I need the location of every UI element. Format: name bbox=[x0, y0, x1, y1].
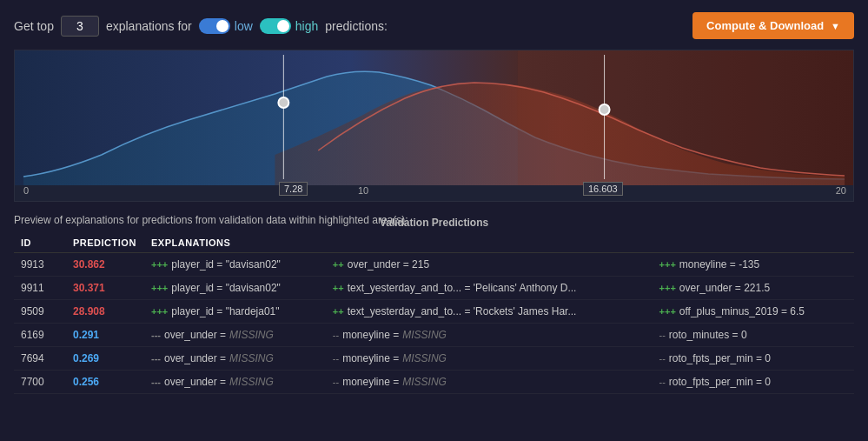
svg-point-3 bbox=[278, 97, 288, 108]
cell-expl3: +++ moneyline = -135 bbox=[653, 253, 854, 277]
sign-indicator: -- bbox=[659, 377, 666, 387]
sign-indicator: -- bbox=[659, 353, 666, 364]
expl-field: over_under = bbox=[164, 329, 226, 341]
sign-indicator: --- bbox=[151, 353, 161, 364]
expl-text: text_yesterday_and_to... = 'Pelicans' An… bbox=[348, 282, 577, 294]
cell-id: 6169 bbox=[14, 324, 66, 347]
low-label: low bbox=[235, 19, 253, 33]
prediction-value: 30.371 bbox=[73, 282, 105, 294]
prediction-value: 0.269 bbox=[73, 352, 99, 364]
cell-expl2: -- moneyline = MISSING bbox=[326, 371, 653, 394]
cell-prediction: 28.908 bbox=[66, 300, 144, 324]
sign-indicator: +++ bbox=[659, 259, 676, 270]
marker2-value: 16.603 bbox=[583, 182, 623, 196]
cell-id: 9913 bbox=[14, 253, 66, 277]
top-bar-left: Get top explanations for low high predic… bbox=[14, 16, 388, 37]
top-value-input[interactable] bbox=[61, 16, 99, 37]
chart-container: 0 7.28 10 16.603 20 Validation Predictio… bbox=[14, 50, 854, 202]
cell-prediction: 30.862 bbox=[66, 253, 144, 277]
main-container: Get top explanations for low high predic… bbox=[0, 0, 868, 406]
prediction-value: 28.908 bbox=[73, 305, 105, 317]
cell-expl2: -- moneyline = MISSING bbox=[326, 347, 653, 371]
expl3-text: roto_fpts_per_min = 0 bbox=[669, 376, 771, 388]
predictions-label: predictions: bbox=[325, 19, 388, 33]
cell-expl1: +++ player_id = "davisan02" bbox=[144, 253, 326, 277]
cell-expl3: -- roto_fpts_per_min = 0 bbox=[653, 347, 854, 371]
x-axis-label: Validation Predictions bbox=[15, 217, 853, 229]
expl-text: over_under = 215 bbox=[348, 258, 429, 271]
high-toggle[interactable] bbox=[260, 18, 291, 34]
cell-expl3: +++ off_plus_minus_2019 = 6.5 bbox=[653, 300, 854, 324]
distribution-chart bbox=[15, 50, 853, 185]
cell-expl2: ++ over_under = 215 bbox=[326, 253, 653, 277]
cell-id: 9911 bbox=[14, 277, 66, 300]
cell-prediction: 0.256 bbox=[66, 371, 144, 394]
expl-text: player_id = "davisan02" bbox=[171, 258, 281, 271]
low-toggle[interactable] bbox=[199, 18, 230, 34]
sign-indicator: --- bbox=[151, 377, 161, 387]
missing-value: MISSING bbox=[229, 352, 274, 364]
cell-expl2: -- moneyline = MISSING bbox=[326, 324, 653, 347]
marker2-label-wrap: 16.603 bbox=[583, 182, 623, 196]
sign-indicator: +++ bbox=[151, 283, 168, 293]
marker1-value: 7.28 bbox=[279, 182, 308, 196]
cell-id: 7694 bbox=[14, 347, 66, 371]
cell-id: 7700 bbox=[14, 371, 66, 394]
table-row: 7700 0.256 --- over_under = MISSING -- m… bbox=[14, 371, 854, 394]
cell-expl2: ++ text_yesterday_and_to... = 'Rockets' … bbox=[326, 300, 653, 324]
cell-prediction: 0.269 bbox=[66, 347, 144, 371]
cell-id: 9509 bbox=[14, 300, 66, 324]
chevron-down-icon: ▼ bbox=[831, 21, 840, 31]
expl3-text: moneyline = -135 bbox=[679, 258, 759, 271]
svg-point-5 bbox=[600, 104, 610, 115]
expl3-text: off_plus_minus_2019 = 6.5 bbox=[679, 305, 805, 317]
sign-indicator: -- bbox=[333, 353, 339, 364]
sign-indicator: +++ bbox=[659, 306, 676, 317]
sign-indicator: -- bbox=[659, 330, 666, 340]
expl-text: player_id = "hardeja01" bbox=[171, 305, 279, 317]
expl-text: text_yesterday_and_to... = 'Rockets' Jam… bbox=[348, 305, 577, 317]
col-header-id: ID bbox=[14, 233, 66, 253]
table-row: 9913 30.862 +++ player_id = "davisan02" … bbox=[14, 253, 854, 277]
table-row: 9911 30.371 +++ player_id = "davisan02" … bbox=[14, 277, 854, 300]
high-label: high bbox=[295, 19, 318, 33]
svg-rect-1 bbox=[518, 50, 853, 185]
expl-field: over_under = bbox=[164, 376, 226, 388]
prediction-value: 0.256 bbox=[73, 376, 99, 388]
sign-indicator: +++ bbox=[151, 306, 168, 317]
col-header-expl3 bbox=[653, 233, 854, 253]
expl-field: moneyline = bbox=[342, 352, 399, 364]
cell-expl2: ++ text_yesterday_and_to... = 'Pelicans'… bbox=[326, 277, 653, 300]
col-header-prediction: PREDICTION bbox=[66, 233, 144, 253]
table-row: 9509 28.908 +++ player_id = "hardeja01" … bbox=[14, 300, 854, 324]
compute-download-button[interactable]: Compute & Download ▼ bbox=[692, 12, 854, 39]
sign-indicator: -- bbox=[333, 330, 339, 340]
cell-expl3: -- roto_fpts_per_min = 0 bbox=[653, 371, 854, 394]
cell-prediction: 0.291 bbox=[66, 324, 144, 347]
col-header-explanations: EXPLANATIONS bbox=[144, 233, 326, 253]
high-toggle-wrap: high bbox=[260, 18, 318, 34]
expl3-text: roto_minutes = 0 bbox=[669, 329, 747, 341]
expl-text: player_id = "davisan02" bbox=[171, 282, 281, 294]
predictions-table: ID PREDICTION EXPLANATIONS 9913 30.862 +… bbox=[14, 233, 854, 394]
explanations-for-label: explanations for bbox=[106, 19, 192, 33]
top-bar: Get top explanations for low high predic… bbox=[14, 12, 854, 39]
missing-value: MISSING bbox=[402, 329, 447, 341]
missing-value: MISSING bbox=[229, 329, 274, 341]
sign-indicator: ++ bbox=[333, 259, 344, 270]
x-label-10: 10 bbox=[358, 185, 368, 196]
missing-value: MISSING bbox=[402, 376, 447, 388]
cell-expl1: --- over_under = MISSING bbox=[144, 347, 326, 371]
expl3-text: roto_fpts_per_min = 0 bbox=[669, 352, 771, 364]
table-row: 7694 0.269 --- over_under = MISSING -- m… bbox=[14, 347, 854, 371]
missing-value: MISSING bbox=[229, 376, 274, 388]
sign-indicator: -- bbox=[333, 377, 339, 387]
get-top-label: Get top bbox=[14, 19, 54, 33]
x-label-20: 20 bbox=[836, 185, 846, 196]
low-toggle-wrap: low bbox=[199, 18, 253, 34]
sign-indicator: +++ bbox=[151, 259, 168, 270]
cell-expl1: --- over_under = MISSING bbox=[144, 324, 326, 347]
sign-indicator: ++ bbox=[333, 306, 344, 317]
cell-expl3: -- roto_minutes = 0 bbox=[653, 324, 854, 347]
expl3-text: over_under = 221.5 bbox=[679, 282, 770, 294]
